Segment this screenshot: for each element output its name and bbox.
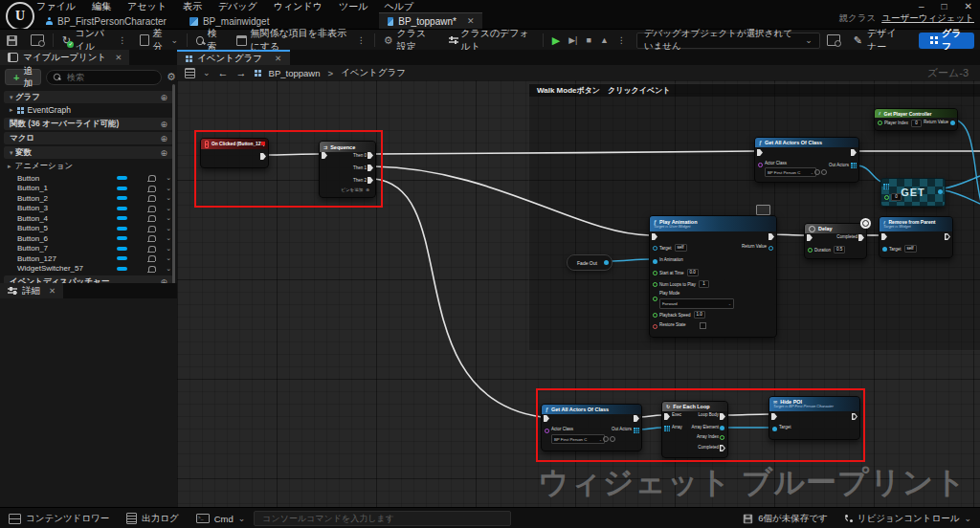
output-log-button[interactable]: 出力ログ (118, 508, 187, 528)
tab-my-blueprint[interactable]: マイブループリント ✕ (0, 50, 129, 65)
content-drawer-button[interactable]: コンテンツドロワー (0, 508, 118, 528)
chevron-down-icon[interactable]: ⌄ (203, 68, 211, 77)
visibility-icon[interactable]: ⌄ (166, 174, 171, 182)
bell-icon[interactable] (148, 266, 156, 272)
frame-skip-button[interactable]: ▶| (568, 35, 577, 45)
bell-icon[interactable] (148, 215, 156, 221)
designer-mode-button[interactable]: ✎ デザイナー (847, 30, 913, 51)
breadcrumb-current[interactable]: イベントグラフ (341, 67, 406, 79)
diff-button[interactable]: 差分 ⌄ (133, 30, 185, 51)
console-command-input[interactable] (260, 513, 504, 524)
player-index-value[interactable]: 0 (911, 120, 922, 127)
add-macro-icon[interactable]: ⊕ (160, 134, 167, 143)
node-delay[interactable]: Delay Completed Duration 0.5 (804, 223, 867, 259)
in-animation-pin[interactable] (653, 259, 657, 264)
visibility-icon[interactable]: ⌄ (166, 254, 171, 262)
variable-row[interactable]: Button_1⌄ (0, 184, 177, 194)
node-array-get[interactable]: GET 0 (880, 178, 946, 207)
add-function-icon[interactable]: ⊕ (160, 120, 167, 129)
speed-value[interactable]: 1.0 (694, 311, 705, 319)
parent-class-link[interactable]: ユーザーウィジェット (881, 12, 974, 25)
my-blueprint-search[interactable] (46, 70, 162, 85)
visibility-icon[interactable]: ⌄ (166, 194, 171, 202)
node-play-animation[interactable]: ƒ Play Animation Target is User Widget T… (649, 215, 777, 338)
compile-options-icon[interactable]: ⋮ (118, 35, 126, 45)
close-icon[interactable]: ✕ (275, 54, 281, 63)
console-command-input-wrap[interactable] (254, 511, 511, 526)
exec-in-pin[interactable] (807, 234, 813, 241)
player-index-pin[interactable] (878, 121, 882, 125)
variable-row[interactable]: Button⌄ (0, 173, 177, 184)
duration-value[interactable]: 0.5 (834, 246, 845, 253)
restore-state-checkbox[interactable] (700, 322, 706, 329)
add-variable-icon[interactable]: ⊕ (160, 148, 167, 158)
visibility-icon[interactable]: ⌄ (166, 234, 171, 242)
breadcrumb-root[interactable]: BP_toppawn (269, 68, 321, 78)
target-value[interactable]: self (675, 244, 687, 252)
playback-speed-pin[interactable] (653, 313, 657, 318)
tab-event-graph[interactable]: イベントグラフ ✕ (177, 50, 290, 65)
use-selected-icon[interactable] (814, 169, 820, 175)
target-pin[interactable] (882, 247, 887, 252)
close-icon[interactable]: ✕ (115, 53, 122, 62)
bell-icon[interactable] (148, 255, 156, 261)
menu-debug[interactable]: デバッグ (218, 0, 257, 13)
add-button[interactable]: + 追加 (5, 69, 41, 85)
bell-icon[interactable] (148, 235, 156, 241)
node-fade-out-getter[interactable]: Fade Out (567, 254, 612, 271)
forward-icon[interactable]: → (236, 67, 247, 78)
target-pin[interactable] (653, 246, 657, 251)
menu-asset[interactable]: アセット (127, 0, 167, 13)
bell-icon[interactable] (148, 206, 156, 211)
section-graphs[interactable]: ▾ グラフ ⊕ (4, 91, 173, 103)
save-icon[interactable] (7, 35, 17, 46)
hide-options-icon[interactable]: ⋮ (357, 35, 366, 45)
element-out-pin[interactable] (938, 189, 943, 194)
index-value[interactable]: 0 (891, 193, 902, 201)
completed-pin[interactable] (858, 234, 864, 241)
revision-control-button[interactable]: リビジョンコントロール ⌄ (836, 513, 980, 525)
class-defaults-button[interactable]: クラスのデフォルト (442, 30, 541, 51)
menu-tools[interactable]: ツール (339, 0, 368, 13)
variable-row[interactable]: Button_4⌄ (0, 213, 177, 224)
expand-icon[interactable]: ▸ (8, 163, 11, 170)
comment-title[interactable]: Walk Modeボタン クリックイベント (529, 84, 980, 97)
section-functions[interactable]: 関数 (36 オーバーライド可能) ⊕ (4, 118, 173, 130)
return-value-pin[interactable] (950, 121, 955, 125)
exec-in-pin[interactable] (652, 233, 657, 240)
exec-in-pin[interactable] (757, 149, 763, 156)
node-get-all-actors-top[interactable]: ƒ Get All Actors Of Class Actor Class BP… (754, 137, 859, 183)
search-input[interactable] (65, 72, 155, 83)
maximize-button[interactable]: □ (942, 1, 947, 11)
expand-icon[interactable]: ▸ (10, 106, 13, 114)
return-value-pin[interactable] (768, 246, 773, 251)
play-options-icon[interactable]: ⋮ (617, 35, 626, 45)
duration-pin[interactable] (808, 248, 813, 253)
tree-item-eventgraph[interactable]: ▸ EventGraph (0, 103, 177, 116)
visibility-icon[interactable]: ⌄ (166, 185, 171, 192)
eject-button[interactable]: ▲ (600, 35, 609, 45)
variable-row[interactable]: Button_5⌄ (0, 224, 177, 234)
loops-value[interactable]: 1 (699, 280, 709, 288)
variable-row[interactable]: Button_7⌄ (0, 244, 177, 254)
play-mode-pin[interactable] (653, 297, 657, 301)
bookmarks-icon[interactable] (185, 68, 195, 78)
menu-window[interactable]: ウィンドウ (274, 0, 323, 13)
visibility-icon[interactable]: ⌄ (166, 205, 171, 212)
index-pin[interactable] (884, 195, 889, 200)
menu-view[interactable]: 表示 (183, 0, 202, 13)
close-tab-icon[interactable]: ✕ (467, 16, 475, 26)
play-button[interactable]: ▶ (552, 34, 560, 47)
browse-asset-icon[interactable] (821, 169, 827, 175)
node-get-player-controller[interactable]: ƒ Get Player Controller Player Index 0 R… (874, 108, 958, 131)
start-at-time-pin[interactable] (653, 271, 657, 275)
close-icon[interactable]: ✕ (49, 286, 56, 296)
variable-row[interactable]: Button_127⌄ (0, 253, 177, 264)
cmd-dropdown[interactable]: >_ Cmd ⌄ (188, 508, 255, 528)
visibility-icon[interactable]: ⌄ (166, 245, 171, 253)
graph-canvas[interactable]: Walk Modeボタン クリックイベント (177, 80, 980, 507)
class-settings-button[interactable]: ⚙ クラス設定 (377, 30, 442, 51)
menu-edit[interactable]: 編集 (92, 0, 111, 13)
graph-mode-button[interactable]: グラフ (919, 33, 974, 49)
start-value[interactable]: 0.0 (687, 269, 699, 276)
